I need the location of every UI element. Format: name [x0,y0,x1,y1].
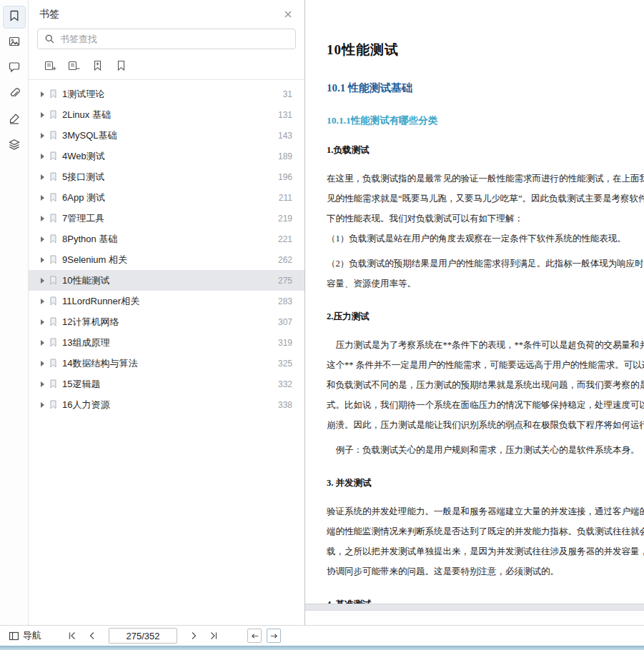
bookmark-item-label: 14数据结构与算法 [62,357,272,370]
attachment-icon [8,86,21,102]
comments-button[interactable] [4,58,25,79]
bookmark-item-label: 12计算机网络 [62,316,272,329]
expand-bookmarks-button[interactable] [43,59,57,73]
doc-text-line: 式。比如说，我们期待一个系统在面临压力的情况下能够保持稳定，处理速度可以变慢， [327,395,644,415]
doc-text-line: 和负载测试不同的是，压力测试的预期结果就是系统出现问题，而我们要考察的是系统处 [327,375,644,395]
bookmark-item[interactable]: 2Linux 基础 131 [29,104,304,125]
expand-caret-icon[interactable] [41,195,44,201]
expand-caret-icon[interactable] [41,257,44,263]
bookmark-item[interactable]: 1测试理论 31 [29,84,304,104]
bookmarks-panel-button[interactable] [4,6,25,28]
first-page-button[interactable] [64,628,80,644]
doc-text-line: 压力测试是为了考察系统在**条件下的表现，**条件可以是超负荷的交易量和并发用户 [327,335,644,355]
bookmarks-panel-header: 书签 [29,0,304,26]
last-page-button[interactable] [206,628,222,644]
next-pdf-page [305,611,644,625]
section-heading: 10.1 性能测试基础 [327,81,644,95]
doc-text-line: 验证系统的并发处理能力。一般是和服务器端建立大量的并发连接，通过客户端的响应时 [327,501,644,521]
layers-button[interactable] [4,135,25,156]
bookmark-item-label: 10性能测试 [62,274,272,287]
bookmark-item-page: 262 [278,255,292,265]
expand-caret-icon[interactable] [41,91,44,97]
next-page-button[interactable] [186,628,202,644]
bookmark-item-label: 15逻辑题 [62,378,272,391]
forward-button[interactable] [267,629,281,643]
bottom-accent-strip [0,646,644,650]
add-bookmark-button[interactable] [90,59,104,73]
bookmark-item-label: 11LordRunner相关 [62,295,272,308]
bookmarks-toolbar [29,57,304,80]
bookmark-item-page: 221 [278,234,292,244]
bookmark-item[interactable]: 11LordRunner相关 283 [29,291,304,311]
close-panel-button[interactable] [283,9,293,19]
expand-caret-icon[interactable] [41,319,44,325]
bookmark-item-label: 13组成原理 [62,336,272,349]
attachments-button[interactable] [4,84,25,105]
bookmark-item[interactable]: 8Python 基础 221 [29,229,304,249]
comment-icon [8,61,21,76]
bookmark-item[interactable]: 9Selenium 相关 262 [29,249,304,270]
bookmark-item-page: 338 [278,400,292,410]
bookmark-item-icon [49,317,57,326]
pdf-reader-window: 书签 [0,0,644,650]
bookmark-search[interactable] [37,29,296,49]
signature-button[interactable] [4,109,25,131]
expand-caret-icon[interactable] [41,112,44,118]
doc-subheading: 1.负载测试 [327,144,644,156]
thumbnails-icon [8,35,21,51]
bookmarks-panel: 书签 [29,0,305,625]
expand-caret-icon[interactable] [41,154,44,159]
pdf-page: 10性能测试 10.1 性能测试基础 10.1.1性能测试有哪些分类 1.负载测… [305,0,644,604]
navigation-panel-icon [9,631,19,641]
expand-caret-icon[interactable] [41,133,44,139]
bookmark-flag-button[interactable] [114,59,128,73]
expand-caret-icon[interactable] [41,236,44,242]
chapter-title: 10性能测试 [327,41,644,59]
expand-caret-icon[interactable] [41,278,44,284]
bookmark-search-input[interactable] [60,34,289,44]
expand-caret-icon[interactable] [41,216,44,221]
bookmark-item-label: 4Web测试 [62,150,272,163]
thumbnails-button[interactable] [4,32,25,54]
expand-caret-icon[interactable] [41,361,44,366]
bookmark-item[interactable]: 10性能测试 275 [29,270,304,291]
bookmark-item-icon [49,193,57,202]
collapse-bookmarks-icon [68,60,80,72]
bookmark-item-page: 319 [278,338,292,348]
bookmark-item-page: 196 [278,172,292,182]
doc-text-line: 在这里，负载测试指的是最常见的验证一般性能需求而进行的性能测试，在上面我们提到了 [327,169,644,189]
doc-text-line: 载，之所以把并发测试单独提出来，是因为并发测试往往涉及服务器的并发容量，以及多进 [327,541,644,561]
bookmark-item-label: 8Python 基础 [62,233,272,246]
page-number-input[interactable] [109,628,177,644]
collapse-bookmarks-button[interactable] [66,59,81,73]
expand-caret-icon[interactable] [41,299,44,304]
bookmark-item-icon [49,296,57,306]
bookmark-item[interactable]: 7管理工具 219 [29,208,304,229]
back-button[interactable] [247,629,262,643]
previous-page-icon [87,631,97,641]
bookmark-item[interactable]: 6App 测试 211 [29,187,304,208]
bookmark-item[interactable]: 13组成原理 319 [29,332,304,353]
bookmark-item[interactable]: 15逻辑题 332 [29,374,304,394]
expand-bookmarks-icon [44,60,56,72]
doc-subheading: 2.压力测试 [327,311,644,323]
bookmark-item[interactable]: 12计算机网络 307 [29,311,304,332]
expand-caret-icon[interactable] [41,174,44,180]
previous-page-button[interactable] [84,628,100,644]
bookmark-item[interactable]: 3MySQL基础 143 [29,125,304,146]
history-navigation [247,629,281,643]
expand-caret-icon[interactable] [41,340,44,346]
doc-text-line: 下的性能表现。我们对负载测试可以有如下理解： [327,209,644,229]
expand-caret-icon[interactable] [41,402,44,408]
bookmark-item-label: 7管理工具 [62,212,272,225]
expand-caret-icon[interactable] [41,381,44,387]
bookmark-item[interactable]: 5接口测试 196 [29,166,304,187]
navigation-toggle-button[interactable]: 导航 [6,628,44,644]
close-icon [283,9,293,19]
back-icon [250,631,259,641]
bookmark-item[interactable]: 4Web测试 189 [29,146,304,166]
bookmark-item[interactable]: 14数据结构与算法 325 [29,353,304,374]
doc-line-gap [327,249,644,254]
bookmark-item-icon [49,276,57,285]
bookmark-item[interactable]: 16人力资源 338 [29,394,304,415]
